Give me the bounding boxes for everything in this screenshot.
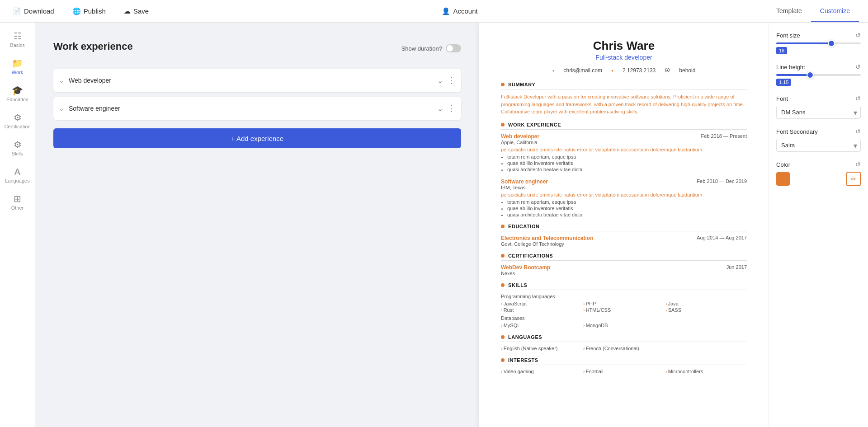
color-swatch[interactable] <box>776 172 790 186</box>
publish-button[interactable]: 🌐 Publish <box>69 5 109 18</box>
topbar: 📄 Download 🌐 Publish ☁ Save 👤 Account Te… <box>0 0 868 23</box>
skill-arrow: › <box>583 323 585 328</box>
job-desc-0: perspiciatis unde omnis iste natus error… <box>501 147 747 152</box>
job-company-0: Apple, California <box>501 140 539 145</box>
right-panel: Font size ↺ 16 Line height ↺ 1.15 <box>769 23 868 427</box>
card-dropdown-0[interactable]: ⌄ <box>437 76 443 85</box>
sidebar-item-label-education: Education <box>6 97 28 102</box>
sidebar-item-languages[interactable]: A Languages <box>0 163 35 188</box>
resume-job-title: Full-stack developer <box>501 54 747 61</box>
sidebar-item-work[interactable]: 📁 Work <box>0 54 35 80</box>
font-size-slider-thumb[interactable] <box>828 40 835 47</box>
work-icon: 📁 <box>12 59 23 68</box>
color-section: Color ↺ ✏ <box>776 161 861 186</box>
contact-phone: 2 12973 2133 <box>623 67 656 74</box>
card-expand-chevron-0[interactable]: ⌄ <box>59 77 64 84</box>
sidebar-item-certification[interactable]: ⚙ Certification <box>0 108 35 134</box>
work-card-label-0: Web developer <box>69 77 433 84</box>
languages-header: LANGUAGES <box>501 334 747 342</box>
skills-grid-0: ›JavaScript ›PHP ›Java ›Rust ›HTML/CSS ›… <box>501 301 747 313</box>
skill-1-1: ›MongoDB <box>583 323 665 328</box>
skills-header: SKILLS <box>501 282 747 290</box>
color-reset[interactable]: ↺ <box>855 161 861 168</box>
job-bullets-0: totam rem aperiam, eaque ipsa quae ab il… <box>507 154 747 172</box>
work-card-label-1: Software engineer <box>69 105 433 112</box>
sidebar-item-basics[interactable]: ☷ Basics <box>0 27 35 52</box>
sidebar-item-other[interactable]: ⊞ Other <box>0 190 35 215</box>
line-height-reset[interactable]: ↺ <box>855 63 861 70</box>
skill-0-4: ›HTML/CSS <box>583 307 665 313</box>
cert-date-0: Jun 2017 <box>726 264 747 270</box>
show-duration-toggle[interactable] <box>446 44 461 52</box>
education-header: EDUCATION <box>501 224 747 231</box>
tab-customize[interactable]: Customize <box>811 1 859 22</box>
line-height-slider-thumb[interactable] <box>807 71 814 79</box>
tab-template[interactable]: Template <box>767 1 811 22</box>
color-label: Color <box>776 161 790 168</box>
bullet-0-1: quae ab illo inventore veritatis <box>507 160 747 166</box>
font-select[interactable]: DM Sans Inter Roboto <box>776 106 861 119</box>
resume-certifications-section: CERTIFICATIONS WebDev Bootcamp Nexes Jun… <box>501 253 747 276</box>
job-date-1: Feb 2018 — Dec 2019 <box>697 178 747 184</box>
skill-0-5: ›SASS <box>665 307 747 313</box>
education-icon: 🎓 <box>12 86 23 95</box>
line-height-slider-fill <box>776 74 810 76</box>
card-more-0[interactable]: ⋮ <box>448 75 456 85</box>
job-bullets-1: totam rem aperiam, eaque ipsa quae ab il… <box>507 199 747 217</box>
font-secondary-select[interactable]: Saira Inter Roboto <box>776 139 861 152</box>
work-entry-card-1: ⌄ Software engineer ⌄ ⋮ <box>53 97 461 120</box>
font-secondary-label-row: Font Secondary ↺ <box>776 128 861 135</box>
card-expand-chevron-1[interactable]: ⌄ <box>59 105 64 112</box>
cert-left-0: WebDev Bootcamp Nexes <box>501 264 550 276</box>
languages-heading: LANGUAGES <box>508 334 542 340</box>
skills-heading: SKILLS <box>508 282 527 288</box>
card-more-1[interactable]: ⋮ <box>448 103 456 113</box>
sidebar-item-skills[interactable]: ⚙ Skills <box>0 136 35 161</box>
font-secondary-reset[interactable]: ↺ <box>855 128 861 135</box>
font-select-wrapper: DM Sans Inter Roboto <box>776 106 861 119</box>
add-experience-button[interactable]: + Add experience <box>53 128 461 148</box>
interests-heading: INTERESTS <box>508 357 538 363</box>
font-size-slider-track[interactable] <box>776 42 861 44</box>
sidebar-item-education[interactable]: 🎓 Education <box>0 81 35 107</box>
resume-interests-section: INTERESTS ›Video gaming ›Football ›Micro… <box>501 357 747 374</box>
interest-1: ›Football <box>583 369 665 374</box>
work-entry-0: Web developer Apple, California Feb 2018… <box>501 133 747 172</box>
add-experience-label: + Add experience <box>231 135 283 142</box>
font-label-row: Font ↺ <box>776 95 861 102</box>
skills-grid-1: ›MySQL ›MongoDB <box>501 323 747 328</box>
font-reset[interactable]: ↺ <box>855 95 861 102</box>
download-label: Download <box>24 7 54 15</box>
certifications-header: CERTIFICATIONS <box>501 253 747 261</box>
skill-arrow: › <box>501 307 503 313</box>
contact-dot-1: ● <box>552 69 555 73</box>
skills-icon: ⚙ <box>14 140 22 149</box>
interest-2: ›Microcontrollers <box>665 369 747 374</box>
font-label: Font <box>776 95 788 102</box>
font-size-reset[interactable]: ↺ <box>855 32 861 39</box>
save-button[interactable]: ☁ Save <box>120 5 152 18</box>
sidebar-item-label-skills: Skills <box>12 151 24 156</box>
skill-0-3: ›Rust <box>501 307 582 313</box>
font-size-slider-fill <box>776 42 831 44</box>
summary-text: Full-stack Developer with a passion for … <box>501 93 747 116</box>
card-dropdown-1[interactable]: ⌄ <box>437 104 443 113</box>
work-header: WORK EXPERIENCE <box>501 122 747 130</box>
bullet-1-1: quae ab illo inventore veritatis <box>507 206 747 211</box>
skill-arrow: › <box>583 307 585 313</box>
langs-grid: ›English (Native speaker) ›French (Conve… <box>501 346 747 351</box>
contact-email: chris@mail.com <box>564 67 603 74</box>
line-height-slider-track[interactable] <box>776 74 861 76</box>
line-height-label-row: Line height ↺ <box>776 63 861 70</box>
contact-dot-2: ● <box>611 69 613 73</box>
color-edit-button[interactable]: ✏ <box>846 172 861 186</box>
skill-0-0: ›JavaScript <box>501 301 582 306</box>
bullet-1-0: totam rem aperiam, eaque ipsa <box>507 199 747 205</box>
bullet-0-0: totam rem aperiam, eaque ipsa <box>507 154 747 160</box>
download-button[interactable]: 📄 Download <box>9 5 58 18</box>
font-secondary-section: Font Secondary ↺ Saira Inter Roboto <box>776 128 861 152</box>
topbar-tabs: Template Customize <box>767 1 859 22</box>
bullet-1-2: quasi architecto beatae vitae dicta <box>507 212 747 217</box>
account-button[interactable]: 👤 Account <box>442 7 477 15</box>
work-dot <box>501 123 505 127</box>
